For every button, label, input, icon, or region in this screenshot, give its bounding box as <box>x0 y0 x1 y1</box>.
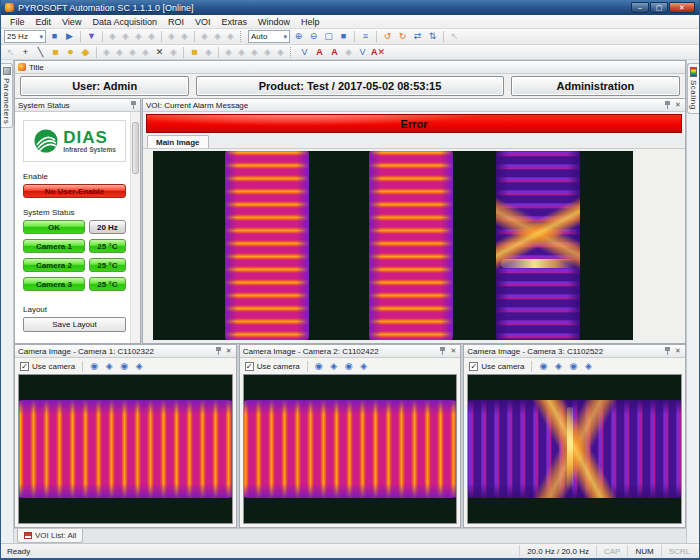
sequence-icon-3[interactable]: ◈ <box>225 30 236 43</box>
record-icon-1[interactable]: ◈ <box>107 30 118 43</box>
camera-nuc-icon[interactable]: ◉ <box>118 361 130 371</box>
draw-rectangle-icon[interactable]: ■ <box>49 46 62 59</box>
camera-focus-icon[interactable]: ◈ <box>358 361 370 371</box>
tab-main-image[interactable]: Main Image <box>147 135 209 148</box>
administration-button[interactable]: Administration <box>511 76 680 96</box>
align-icon-4[interactable]: ◈ <box>262 46 273 59</box>
image-view-icon[interactable]: ■ <box>337 30 350 43</box>
zoom-out-icon[interactable]: ⊖ <box>307 30 320 43</box>
draw-ellipse-icon[interactable]: ● <box>64 46 77 59</box>
menu-item-extras[interactable]: Extras <box>216 17 252 27</box>
roi-move-icon[interactable]: ◈ <box>140 46 151 59</box>
menu-item-view[interactable]: View <box>57 17 86 27</box>
camera-focus-icon[interactable]: ◈ <box>582 361 594 371</box>
roi-duplicate-icon[interactable]: ◈ <box>127 46 138 59</box>
alarm-config-icon-1[interactable]: A <box>313 46 326 59</box>
tab-scaling[interactable]: Scaling <box>687 63 699 114</box>
system-status-header[interactable]: System Status <box>15 99 140 112</box>
zoom-in-icon[interactable]: ⊕ <box>292 30 305 43</box>
camera-focus-icon[interactable]: ◈ <box>133 361 145 371</box>
scale-combobox[interactable]: Auto▾ <box>248 30 290 43</box>
minimize-button[interactable]: – <box>631 2 649 13</box>
use-camera2-checkbox[interactable]: ✓ <box>245 362 254 371</box>
camera3-thermal-image[interactable] <box>467 374 682 524</box>
camera-nuc-icon[interactable]: ◉ <box>537 361 549 371</box>
draw-polygon-icon[interactable]: ◆ <box>79 46 92 59</box>
pointer-mode-icon[interactable]: ↖ <box>448 30 461 43</box>
align-icon-3[interactable]: ◈ <box>249 46 260 59</box>
tab-voi-list[interactable]: VOI List: All <box>17 529 83 543</box>
main-thermal-image[interactable] <box>153 151 633 340</box>
camera3-status-indicator[interactable]: Camera 3 <box>23 277 85 291</box>
draw-line-icon[interactable]: ╲ <box>34 46 47 59</box>
record-icon-4[interactable]: ◈ <box>146 30 157 43</box>
alarm-config-icon-2[interactable]: A <box>328 46 341 59</box>
roi-lock-icon[interactable]: ◈ <box>168 46 179 59</box>
camera2-header[interactable]: Camera Image - Camera 2: C1102422 ✕ <box>240 345 461 358</box>
menu-item-window[interactable]: Window <box>253 17 295 27</box>
pin-icon[interactable] <box>215 347 222 355</box>
save-layout-button[interactable]: Save Layout <box>23 317 126 332</box>
close-button[interactable]: ✕ <box>669 2 695 13</box>
fit-window-icon[interactable]: ▢ <box>322 30 335 43</box>
camera1-status-indicator[interactable]: Camera 1 <box>23 239 85 253</box>
roi-export-icon[interactable]: ◈ <box>203 46 214 59</box>
camera1-temperature[interactable]: 25 °C <box>89 239 126 253</box>
maximize-button[interactable]: ▢ <box>650 2 668 13</box>
roi-paste-icon[interactable]: ■ <box>188 46 201 59</box>
close-icon[interactable]: ✕ <box>674 101 682 109</box>
camera2-thermal-image[interactable] <box>243 374 458 524</box>
snapshot-icon-1[interactable]: ◈ <box>166 30 177 43</box>
window-titlebar[interactable]: PYROSOFT Automation SC 1.1.1.0 [Online] … <box>1 0 699 15</box>
align-icon-1[interactable]: ◈ <box>223 46 234 59</box>
stop-icon[interactable]: ■ <box>48 30 61 43</box>
camera-nuc-icon[interactable]: ◉ <box>313 361 325 371</box>
camera-focus-icon[interactable]: ◈ <box>552 361 564 371</box>
system-status-scrollbar[interactable] <box>130 112 140 343</box>
flip-horizontal-icon[interactable]: ⇄ <box>411 30 424 43</box>
use-camera1-checkbox[interactable]: ✓ <box>20 362 29 371</box>
title-panel-header[interactable]: Title <box>15 61 685 74</box>
camera-nuc-icon[interactable]: ◉ <box>88 361 100 371</box>
rotate-right-icon[interactable]: ↻ <box>396 30 409 43</box>
align-icon-2[interactable]: ◈ <box>236 46 247 59</box>
pin-icon[interactable] <box>664 347 671 355</box>
select-icon[interactable]: ↖ <box>4 46 17 59</box>
roi-cut-icon[interactable]: ◈ <box>114 46 125 59</box>
roi-copy-icon[interactable]: ◈ <box>101 46 112 59</box>
frequency-indicator[interactable]: 20 Hz <box>89 220 126 234</box>
sequence-icon-2[interactable]: ◈ <box>212 30 223 43</box>
sequence-icon-1[interactable]: ◈ <box>199 30 210 43</box>
filter-icon[interactable]: ▼ <box>85 30 98 43</box>
frequency-combobox[interactable]: 25 Hz▾ <box>4 30 46 43</box>
snapshot-icon-2[interactable]: ◈ <box>179 30 190 43</box>
alarm-delete-icon[interactable]: A✕ <box>371 46 384 59</box>
menu-item-help[interactable]: Help <box>296 17 325 27</box>
rotate-left-icon[interactable]: ↺ <box>381 30 394 43</box>
align-icon-5[interactable]: ◈ <box>275 46 286 59</box>
camera3-temperature[interactable]: 25 °C <box>89 277 126 291</box>
close-icon[interactable]: ✕ <box>674 347 682 355</box>
camera-nuc-icon[interactable]: ◉ <box>567 361 579 371</box>
camera2-status-indicator[interactable]: Camera 2 <box>23 258 85 272</box>
camera-focus-icon[interactable]: ◈ <box>103 361 115 371</box>
play-icon[interactable]: ▶ <box>63 30 76 43</box>
close-icon[interactable]: ✕ <box>225 347 233 355</box>
menu-item-edit[interactable]: Edit <box>31 17 57 27</box>
enable-status-button[interactable]: No User-Enable <box>23 184 126 198</box>
close-icon[interactable]: ✕ <box>449 347 457 355</box>
menu-item-file[interactable]: File <box>5 17 30 27</box>
use-camera3-checkbox[interactable]: ✓ <box>469 362 478 371</box>
voi-add-icon[interactable]: V <box>298 46 311 59</box>
pin-icon[interactable] <box>130 101 137 109</box>
menu-item-roi[interactable]: ROI <box>163 17 189 27</box>
tab-parameters[interactable]: Parameters <box>1 63 13 128</box>
add-point-icon[interactable]: + <box>19 46 32 59</box>
scrollbar-thumb[interactable] <box>132 122 139 174</box>
record-icon-3[interactable]: ◈ <box>133 30 144 43</box>
camera-nuc-icon[interactable]: ◉ <box>343 361 355 371</box>
camera1-header[interactable]: Camera Image - Camera 1: C1102322 ✕ <box>15 345 236 358</box>
menu-item-voi[interactable]: VOI <box>190 17 216 27</box>
system-ok-indicator[interactable]: OK <box>23 220 85 234</box>
voi-panel-header[interactable]: VOI: Current Alarm Message ✕ <box>143 99 685 112</box>
